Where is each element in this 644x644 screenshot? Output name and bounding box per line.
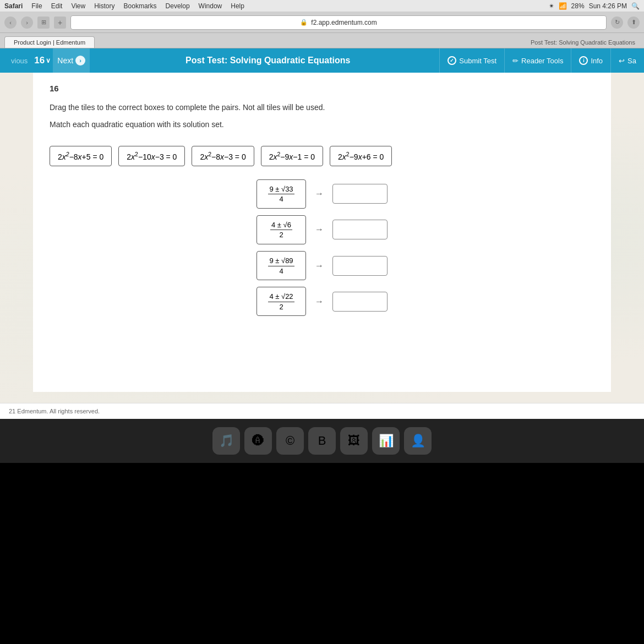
drop-box-2[interactable]: [332, 220, 388, 239]
submit-icon: ✓: [447, 56, 456, 65]
address-bar[interactable]: 🔒 f2.app.edmentum.com: [70, 15, 607, 30]
dock-app2[interactable]: ©: [276, 427, 304, 455]
dock-app4[interactable]: 🖼: [340, 427, 368, 455]
tile-1[interactable]: 2x2−8x+5 = 0: [50, 146, 112, 166]
menu-safari[interactable]: Safari: [4, 2, 23, 10]
header-left-section: vious 16 ∨ Next ›: [0, 48, 96, 73]
browser-toolbar: ‹ › ⊞ + 🔒 f2.app.edmentum.com ↻ ⬆: [0, 12, 644, 33]
numerator-3: 9 ± √89: [268, 256, 294, 266]
menu-window[interactable]: Window: [199, 2, 222, 10]
fraction-4: 4 ± √22 2: [268, 292, 294, 311]
refresh-button[interactable]: ↻: [611, 17, 623, 29]
back-button[interactable]: ‹: [4, 17, 17, 29]
fraction-3: 9 ± √89 4: [268, 256, 294, 275]
next-label: Next: [57, 56, 73, 65]
match-row-3: 9 ± √89 4 →: [256, 251, 388, 280]
main-content: 16 Drag the tiles to the correct boxes t…: [0, 73, 644, 403]
dock-app3[interactable]: B: [308, 427, 336, 455]
fraction-1: 9 ± √33 4: [268, 185, 294, 204]
next-circle-icon: ›: [75, 56, 85, 66]
page-breadcrumb: Post Test: Solving Quadratic Equations: [531, 39, 635, 46]
tab-grid-button[interactable]: ⊞: [37, 17, 50, 29]
status-bar: ✴ 📶 28% Sun 4:26 PM 🔍: [549, 2, 640, 10]
clock: Sun 4:26 PM: [589, 2, 627, 10]
menu-edit[interactable]: Edit: [51, 2, 63, 10]
tile-3[interactable]: 2x2−8x−3 = 0: [192, 146, 254, 166]
previous-button[interactable]: vious: [7, 57, 32, 65]
save-label: Sa: [627, 57, 636, 65]
match-row-4: 4 ± √22 2 →: [256, 287, 388, 316]
url-text: f2.app.edmentum.com: [311, 19, 376, 26]
denominator-4: 2: [278, 302, 284, 312]
dock-app1[interactable]: 🅐: [244, 427, 272, 455]
menu-history[interactable]: History: [94, 2, 114, 10]
dock-finder[interactable]: 🎵: [212, 427, 240, 455]
numerator-1: 9 ± √33: [268, 185, 294, 195]
arrow-1: →: [315, 189, 324, 199]
match-row-1: 9 ± √33 4 →: [256, 179, 388, 209]
solution-tile-1[interactable]: 9 ± √33 4: [256, 179, 306, 209]
solution-tile-3[interactable]: 9 ± √89 4: [256, 251, 306, 280]
solution-tile-2[interactable]: 4 ± √6 2: [256, 215, 306, 244]
bluetooth-icon: ✴: [549, 2, 554, 10]
info-label: Info: [591, 57, 603, 65]
battery-status: 28%: [571, 2, 585, 10]
menu-help[interactable]: Help: [231, 2, 244, 10]
numerator-2: 4 ± √6: [270, 221, 292, 231]
wifi-icon: 📶: [559, 2, 567, 10]
mac-dock: 🎵 🅐 © B 🖼 📊 👤: [0, 419, 644, 463]
drop-box-4[interactable]: [332, 292, 388, 312]
share-button[interactable]: ⬆: [627, 17, 640, 29]
denominator-1: 4: [278, 194, 284, 204]
arrow-3: →: [315, 261, 324, 271]
menu-view[interactable]: View: [71, 2, 85, 10]
question-dropdown-icon[interactable]: ∨: [46, 57, 51, 64]
forward-button[interactable]: ›: [21, 17, 33, 29]
app-header: vious 16 ∨ Next › Post Test: Solving Qua…: [0, 48, 644, 73]
menu-file[interactable]: File: [31, 2, 42, 10]
tile-2[interactable]: 2x2−10x−3 = 0: [118, 146, 185, 166]
equation-tiles-section: 2x2−8x+5 = 0 2x2−10x−3 = 0 2x2−8x−3 = 0 …: [50, 146, 594, 166]
dock-app5[interactable]: 📊: [372, 427, 400, 455]
question-number: 16: [50, 84, 594, 93]
submit-label: Submit Test: [459, 57, 496, 65]
search-icon[interactable]: 🔍: [631, 2, 640, 10]
menu-items[interactable]: Safari File Edit View History Bookmarks …: [4, 2, 549, 10]
info-button[interactable]: i Info: [571, 48, 610, 73]
menu-bookmarks[interactable]: Bookmarks: [124, 2, 157, 10]
save-icon: ↩: [619, 57, 625, 65]
question-container: 16 Drag the tiles to the correct boxes t…: [33, 73, 611, 392]
reader-tools-icon: ✏: [512, 57, 519, 65]
dock-app6[interactable]: 👤: [404, 427, 432, 455]
menu-develop[interactable]: Develop: [166, 2, 190, 10]
fraction-2: 4 ± √6 2: [270, 221, 292, 239]
copyright-text: 21 Edmentum. All rights reserved.: [9, 408, 100, 414]
footer: 21 Edmentum. All rights reserved.: [0, 403, 644, 419]
question-number-display[interactable]: 16 ∨: [32, 55, 53, 66]
denominator-2: 2: [278, 230, 284, 239]
tile-4[interactable]: 2x2−9x−1 = 0: [261, 146, 323, 166]
matching-section: 9 ± √33 4 → 4 ± √6 2 →: [50, 179, 594, 316]
mac-menu-bar: Safari File Edit View History Bookmarks …: [0, 0, 644, 12]
match-row-2: 4 ± √6 2 →: [256, 215, 388, 244]
drop-box-3[interactable]: [332, 256, 388, 276]
drop-box-1[interactable]: [332, 184, 388, 204]
solution-tile-4[interactable]: 4 ± √22 2: [256, 287, 306, 316]
denominator-3: 4: [278, 266, 284, 276]
active-tab[interactable]: Product Login | Edmentum: [4, 36, 95, 48]
submit-test-button[interactable]: ✓ Submit Test: [439, 48, 504, 73]
numerator-4: 4 ± √22: [268, 292, 294, 302]
lock-icon: 🔒: [300, 19, 308, 26]
arrow-2: →: [315, 225, 324, 234]
tab-bar: Product Login | Edmentum Post Test: Solv…: [0, 33, 644, 48]
header-right-section: ✓ Submit Test ✏ Reader Tools i Info ↩ Sa: [439, 48, 644, 73]
info-icon: i: [579, 56, 588, 65]
tile-5[interactable]: 2x2−9x+6 = 0: [330, 146, 392, 166]
instruction-2: Match each quadratic equation with its s…: [50, 119, 594, 130]
new-tab-button[interactable]: +: [54, 17, 66, 29]
save-button[interactable]: ↩ Sa: [610, 48, 644, 73]
reader-tools-button[interactable]: ✏ Reader Tools: [504, 48, 571, 73]
reader-tools-label: Reader Tools: [521, 57, 563, 65]
header-title: Post Test: Solving Quadratic Equations: [96, 56, 439, 66]
next-button[interactable]: Next ›: [53, 48, 90, 73]
